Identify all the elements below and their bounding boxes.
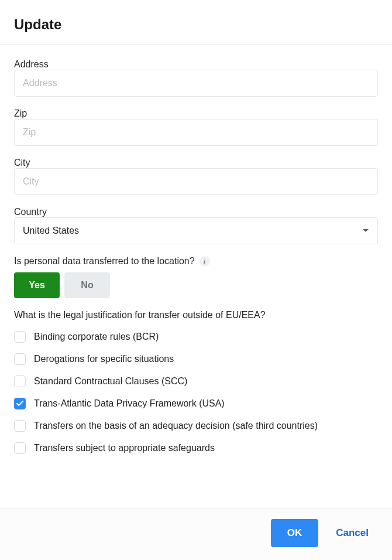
toggle-no-button[interactable]: No (64, 272, 110, 298)
justification-option-label: Standard Contractual Clauses (SCC) (34, 376, 187, 387)
justification-option-label: Binding corporate rules (BCR) (34, 332, 159, 342)
justification-option[interactable]: Binding corporate rules (BCR) (14, 331, 378, 343)
field-country: Country United States (14, 207, 378, 244)
checkbox[interactable] (14, 442, 26, 454)
justification-label: What is the legal justification for tran… (14, 310, 378, 320)
checkbox[interactable] (14, 398, 26, 409)
justification-option[interactable]: Trans-Atlantic Data Privacy Framework (U… (14, 398, 378, 409)
justification-option-label: Trans-Atlantic Data Privacy Framework (U… (34, 398, 225, 409)
zip-label: Zip (14, 108, 27, 119)
page-title: Update (14, 16, 378, 33)
justification-option[interactable]: Standard Contractual Clauses (SCC) (14, 375, 378, 387)
field-address: Address (14, 59, 378, 97)
country-selected-value: United States (23, 226, 79, 236)
checkbox[interactable] (14, 420, 26, 432)
cancel-button[interactable]: Cancel (336, 527, 378, 539)
justification-option[interactable]: Transfers on the basis of an adequacy de… (14, 420, 378, 432)
city-label: City (14, 158, 30, 168)
field-city: City (14, 158, 378, 195)
address-input[interactable] (14, 70, 378, 97)
justification-options: Binding corporate rules (BCR)Derogations… (14, 331, 378, 454)
dialog-header: Update (0, 0, 392, 45)
form-body: Address Zip City Country United States I… (0, 45, 392, 508)
justification-option-label: Derogations for specific situations (34, 354, 174, 364)
country-label: Country (14, 207, 47, 217)
justification-option[interactable]: Transfers subject to appropriate safegua… (14, 442, 378, 454)
checkbox[interactable] (14, 375, 26, 387)
ok-button[interactable]: OK (271, 519, 319, 547)
transfer-question-label: Is personal data transferred to the loca… (14, 256, 195, 267)
field-zip: Zip (14, 108, 378, 146)
justification-option-label: Transfers subject to appropriate safegua… (34, 443, 215, 453)
country-select[interactable]: United States (14, 217, 378, 244)
info-icon[interactable]: i (200, 256, 210, 267)
dialog-footer: OK Cancel (0, 508, 392, 560)
field-justification: What is the legal justification for tran… (14, 310, 378, 454)
city-input[interactable] (14, 168, 378, 195)
checkbox[interactable] (14, 331, 26, 343)
justification-option-label: Transfers on the basis of an adequacy de… (34, 421, 318, 431)
zip-input[interactable] (14, 119, 378, 146)
yes-no-toggle: Yes No (14, 272, 378, 298)
checkbox[interactable] (14, 353, 26, 365)
field-transfer-question: Is personal data transferred to the loca… (14, 256, 378, 298)
justification-option[interactable]: Derogations for specific situations (14, 353, 378, 365)
address-label: Address (14, 59, 49, 70)
toggle-yes-button[interactable]: Yes (14, 272, 60, 298)
